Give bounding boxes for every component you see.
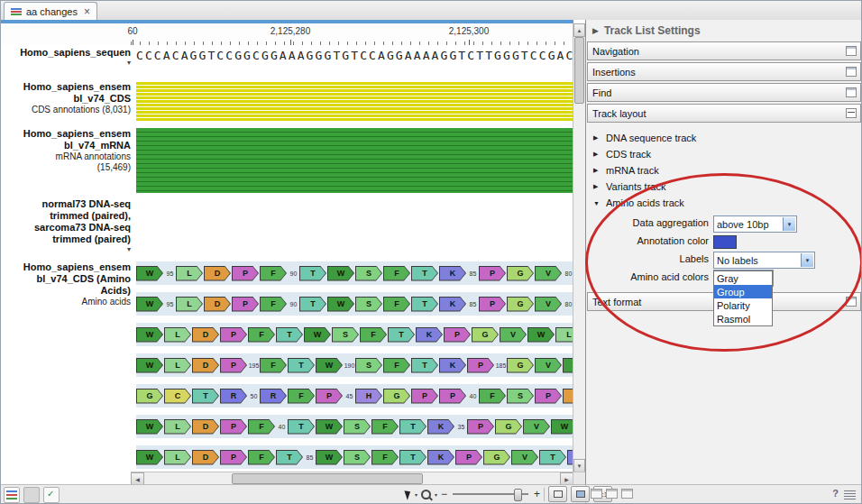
- amino-acid-arrow[interactable]: W: [136, 450, 163, 465]
- expand-triangle-icon[interactable]: ▶: [593, 151, 601, 158]
- tracklist-icon[interactable]: [4, 487, 20, 503]
- amino-acid-arrow[interactable]: P: [439, 389, 466, 404]
- scroll-up-button[interactable]: ▲: [573, 23, 585, 37]
- help-icon[interactable]: ?: [832, 488, 839, 499]
- amino-acid-arrow[interactable]: W: [327, 297, 354, 312]
- amino-acid-arrow[interactable]: W: [316, 358, 343, 373]
- track-reads[interactable]: normal73 DNA-seqtrimmed (paired),sarcoma…: [0, 197, 573, 260]
- expand-triangle-icon[interactable]: ▼: [593, 200, 601, 206]
- amino-acid-arrow[interactable]: H: [355, 389, 382, 404]
- amino-acid-arrow[interactable]: K: [439, 358, 466, 373]
- dropdown-option-group[interactable]: Group: [714, 285, 772, 298]
- vertical-scrollbar[interactable]: ▲ ▼: [573, 23, 585, 472]
- amino-acid-arrow[interactable]: D: [204, 266, 231, 281]
- amino-acid-arrow[interactable]: F: [248, 450, 275, 465]
- amino-acid-arrow[interactable]: T: [299, 297, 326, 312]
- zoom-in-button[interactable]: +: [534, 489, 540, 499]
- amino-acid-arrow[interactable]: T: [192, 389, 219, 404]
- amino-acid-arrow[interactable]: L: [176, 297, 203, 312]
- amino-acid-arrow[interactable]: W: [136, 297, 163, 312]
- amino-acid-arrow[interactable]: C: [164, 389, 191, 404]
- amino-acid-arrow[interactable]: D: [192, 450, 219, 465]
- tab-aa-changes[interactable]: aa changes ×: [4, 2, 97, 21]
- amino-acid-arrow[interactable]: P: [232, 266, 259, 281]
- amino-acid-arrow[interactable]: F: [260, 297, 287, 312]
- track-label-cds[interactable]: Homo_sapiens_ensembl_v74_CDSCDS annotati…: [0, 79, 136, 126]
- layout-item-amino-acids-track[interactable]: ▼Amino acids track: [586, 195, 862, 211]
- amino-acid-arrow[interactable]: V: [535, 358, 562, 373]
- amino-acid-arrow[interactable]: T: [288, 419, 315, 435]
- amino-acid-arrow[interactable]: T: [276, 327, 303, 343]
- amino-acid-arrow[interactable]: P: [220, 419, 247, 435]
- amino-acid-arrow[interactable]: L: [164, 450, 191, 465]
- section-navigation[interactable]: Navigation: [587, 41, 861, 60]
- expand-triangle-icon[interactable]: ▶: [593, 167, 601, 174]
- amino-acid-arrow[interactable]: T: [288, 358, 315, 373]
- pointer-tool-caret-icon[interactable]: ▾: [415, 491, 417, 498]
- amino-acid-arrow[interactable]: W: [327, 266, 354, 281]
- close-icon[interactable]: ×: [84, 7, 90, 16]
- amino-acid-arrow[interactable]: K: [439, 297, 466, 312]
- amino-acid-arrow[interactable]: K: [427, 450, 454, 465]
- scroll-right-button[interactable]: ▶: [560, 472, 573, 485]
- amino-acid-arrow[interactable]: W: [136, 327, 163, 343]
- amino-acid-arrow[interactable]: S: [507, 389, 534, 404]
- track-label-mrna[interactable]: Homo_sapiens_ensembl_v74_mRNAmRNA annota…: [0, 126, 136, 197]
- layout-item-variants-track[interactable]: ▶Variants track: [586, 179, 862, 195]
- doc-check-icon[interactable]: [43, 487, 60, 503]
- float-panel-icon[interactable]: [846, 87, 857, 97]
- amino-acid-arrow[interactable]: P: [479, 266, 506, 281]
- amino-acid-arrow[interactable]: S: [355, 358, 382, 373]
- track-label-sequence[interactable]: Homo_sapiens_sequen▾: [0, 45, 136, 79]
- legend-list-icon[interactable]: [844, 490, 856, 499]
- amino-acid-arrow[interactable]: L: [164, 327, 191, 343]
- zoom-slider-handle[interactable]: [514, 489, 522, 501]
- chevron-down-icon[interactable]: ▼: [783, 217, 795, 231]
- amino-acid-arrow[interactable]: G: [507, 297, 534, 312]
- layout-item-mrna-track[interactable]: ▶mRNA track: [586, 162, 862, 179]
- amino-acid-arrow[interactable]: G: [495, 419, 522, 435]
- amino-acid-arrow[interactable]: T: [299, 266, 326, 281]
- amino-acid-arrow[interactable]: W: [316, 419, 343, 435]
- float-panel-icon[interactable]: [846, 67, 857, 77]
- panel-collapse-icon[interactable]: ▶: [592, 26, 599, 35]
- amino-acid-arrow[interactable]: G: [472, 327, 499, 343]
- float-panel-icon[interactable]: [846, 297, 857, 307]
- amino-acid-arrow[interactable]: T: [411, 358, 438, 373]
- horizontal-scroll-thumb[interactable]: [232, 473, 423, 484]
- amino-acid-arrow[interactable]: F: [479, 389, 506, 404]
- amino-acid-arrow[interactable]: L: [164, 419, 191, 435]
- amino-acid-arrow[interactable]: W: [136, 266, 163, 281]
- vertical-scroll-thumb[interactable]: [574, 37, 584, 104]
- clipboard-icon[interactable]: [23, 487, 40, 503]
- amino-acid-arrow[interactable]: S: [355, 266, 382, 281]
- amino-acid-arrow[interactable]: V: [523, 419, 550, 435]
- amino-acid-arrow[interactable]: P: [467, 358, 494, 373]
- amino-acid-arrow[interactable]: V: [500, 327, 527, 343]
- section-insertions[interactable]: Insertions: [587, 62, 861, 81]
- amino-acid-arrow[interactable]: D: [192, 358, 219, 373]
- amino-acid-arrow[interactable]: F: [360, 327, 387, 343]
- horizontal-scrollbar[interactable]: ◀ ▶: [131, 472, 573, 485]
- track-amino-acids[interactable]: Homo_sapiens_ensembl_v74_CDS (AminoAcids…: [0, 260, 573, 472]
- zoom-tool-caret-icon[interactable]: ▾: [435, 491, 437, 498]
- amino-acid-arrow[interactable]: F: [260, 358, 287, 373]
- amino-acid-arrow[interactable]: R: [260, 389, 287, 404]
- track-label-reads[interactable]: normal73 DNA-seqtrimmed (paired),sarcoma…: [0, 197, 136, 260]
- scroll-down-button[interactable]: ▼: [573, 459, 585, 472]
- panel-window-icon[interactable]: [591, 489, 602, 499]
- amino-acid-arrow[interactable]: W: [527, 327, 555, 343]
- scroll-left-button[interactable]: ◀: [131, 472, 144, 485]
- panel-window-icon[interactable]: [606, 489, 618, 499]
- amino-acid-arrow[interactable]: F: [383, 358, 410, 373]
- amino-acid-arrow[interactable]: T: [388, 327, 415, 343]
- amino-acid-arrow[interactable]: P: [444, 327, 471, 343]
- track-caret-icon[interactable]: ▾: [0, 59, 131, 67]
- amino-acid-arrow[interactable]: G: [383, 389, 410, 404]
- layout-item-cds-track[interactable]: ▶CDS track: [586, 146, 862, 162]
- amino-acid-arrow[interactable]: F: [248, 419, 275, 435]
- expand-triangle-icon[interactable]: ▶: [593, 134, 601, 142]
- amino-acid-arrow[interactable]: T: [411, 297, 438, 312]
- amino-acid-arrow[interactable]: P: [220, 450, 247, 465]
- section-find[interactable]: Find: [587, 83, 861, 102]
